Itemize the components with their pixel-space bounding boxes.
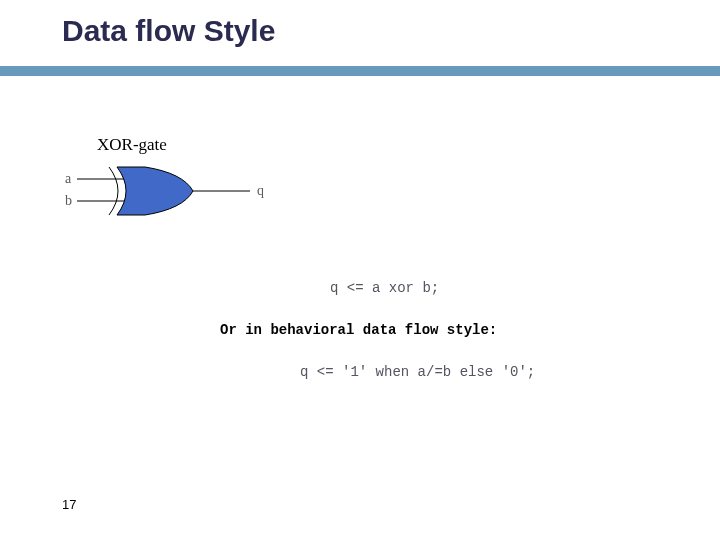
input-a-label: a	[65, 171, 72, 186]
code-behavioral: q <= '1' when a/=b else '0';	[300, 364, 535, 380]
gate-name-label: XOR-gate	[97, 135, 305, 155]
horizontal-rule	[0, 66, 720, 76]
slide: Data flow Style XOR-gate a b q q <= a xo…	[0, 0, 720, 540]
xor-gate-figure: XOR-gate a b q	[65, 135, 305, 245]
input-b-label: b	[65, 193, 72, 208]
slide-title: Data flow Style	[62, 14, 275, 48]
page-number: 17	[62, 497, 76, 512]
xor-gate-icon: a b q	[65, 161, 285, 231]
output-q-label: q	[257, 183, 264, 198]
code-dataflow: q <= a xor b;	[330, 280, 439, 296]
code-caption: Or in behavioral data flow style:	[220, 322, 497, 338]
